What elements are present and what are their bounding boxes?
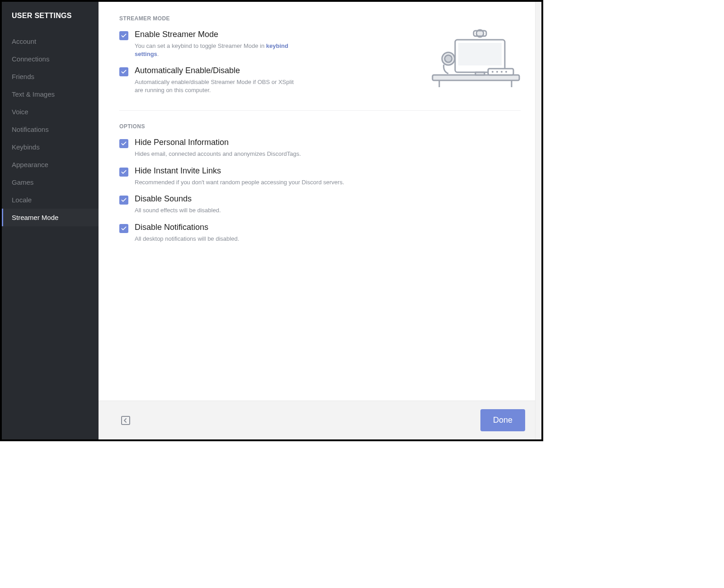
sidebar-item-streamer-mode[interactable]: Streamer Mode <box>2 209 99 226</box>
check-icon <box>121 197 127 203</box>
setting-desc: Hides email, connected accounts and anon… <box>135 150 521 158</box>
setting-desc: Automatically enable/disable Streamer Mo… <box>135 78 296 94</box>
sidebar-item-account[interactable]: Account <box>2 33 99 50</box>
sidebar-item-label: Games <box>12 178 33 186</box>
sidebar: USER SETTINGS Account Connections Friend… <box>2 2 99 439</box>
sidebar-item-label: Notifications <box>12 126 49 133</box>
main: STREAMER MODE Enable Streamer Mode You c… <box>99 2 541 439</box>
check-icon <box>121 140 127 147</box>
setting-enable-streamer-mode: Enable Streamer Mode You can set a keybi… <box>119 30 296 58</box>
sidebar-item-voice[interactable]: Voice <box>2 103 99 121</box>
footer: Done <box>99 401 541 439</box>
setting-disable-notifications: Disable Notifications All desktop notifi… <box>119 223 521 243</box>
back-icon <box>120 415 131 426</box>
setting-desc-suffix: . <box>157 51 159 57</box>
sidebar-item-locale[interactable]: Locale <box>2 191 99 209</box>
check-icon <box>121 225 127 232</box>
setting-desc: You can set a keybind to toggle Streamer… <box>135 42 296 58</box>
checkbox-disable-notifications[interactable] <box>119 224 128 233</box>
section-label-options: OPTIONS <box>119 123 521 130</box>
sidebar-item-appearance[interactable]: Appearance <box>2 156 99 173</box>
svg-point-14 <box>505 71 507 73</box>
divider <box>119 110 521 111</box>
sidebar-item-label: Friends <box>12 73 34 80</box>
svg-rect-0 <box>433 75 519 80</box>
setting-title: Disable Sounds <box>135 194 521 204</box>
setting-desc: Recommended if you don't want random peo… <box>135 178 521 187</box>
svg-rect-5 <box>475 72 484 75</box>
checkbox-enable-streamer-mode[interactable] <box>119 31 128 40</box>
streamer-mode-settings: Enable Streamer Mode You can set a keybi… <box>119 22 296 94</box>
sidebar-item-label: Keybinds <box>12 143 40 151</box>
setting-hide-invite-links: Hide Instant Invite Links Recommended if… <box>119 166 521 187</box>
checkbox-hide-invite-links[interactable] <box>119 168 128 177</box>
setting-desc: All desktop notifications will be disabl… <box>135 235 521 243</box>
setting-title: Hide Personal Information <box>135 138 521 147</box>
content: STREAMER MODE Enable Streamer Mode You c… <box>99 2 541 401</box>
sidebar-item-label: Streamer Mode <box>12 214 58 221</box>
setting-desc: All sound effects will be disabled. <box>135 206 521 215</box>
sidebar-item-notifications[interactable]: Notifications <box>2 121 99 138</box>
sidebar-item-text-images[interactable]: Text & Images <box>2 85 99 103</box>
svg-point-13 <box>501 71 503 73</box>
back-button[interactable] <box>119 414 132 427</box>
done-button[interactable]: Done <box>480 409 525 431</box>
sidebar-item-label: Voice <box>12 108 28 116</box>
checkbox-disable-sounds[interactable] <box>119 196 128 205</box>
svg-rect-15 <box>122 416 130 425</box>
checkbox-auto-enable-disable[interactable] <box>119 67 128 76</box>
svg-point-11 <box>492 71 494 73</box>
sidebar-item-games[interactable]: Games <box>2 173 99 191</box>
check-icon <box>121 33 127 39</box>
check-icon <box>121 69 127 75</box>
setting-auto-enable-disable: Automatically Enable/Disable Automatical… <box>119 66 296 94</box>
sidebar-item-keybinds[interactable]: Keybinds <box>2 138 99 156</box>
section-label-streamer-mode: STREAMER MODE <box>119 15 521 22</box>
streaming-setup-icon <box>430 26 521 89</box>
setting-disable-sounds: Disable Sounds All sound effects will be… <box>119 194 521 215</box>
setting-desc-prefix: You can set a keybind to toggle Streamer… <box>135 42 266 49</box>
sidebar-title: USER SETTINGS <box>12 12 89 20</box>
sidebar-item-friends[interactable]: Friends <box>2 68 99 85</box>
checkbox-hide-personal-info[interactable] <box>119 139 128 148</box>
sidebar-header: USER SETTINGS <box>2 2 99 29</box>
sidebar-item-label: Text & Images <box>12 90 55 98</box>
scrollbar[interactable] <box>535 2 541 439</box>
streamer-art <box>296 22 521 89</box>
sidebar-list: Account Connections Friends Text & Image… <box>2 33 99 226</box>
check-icon <box>121 169 127 175</box>
sidebar-item-label: Connections <box>12 55 49 63</box>
setting-title: Hide Instant Invite Links <box>135 166 521 176</box>
setting-title: Enable Streamer Mode <box>135 30 296 39</box>
sidebar-item-label: Appearance <box>12 161 48 168</box>
sidebar-item-label: Account <box>12 37 36 45</box>
sidebar-item-label: Locale <box>12 196 32 204</box>
svg-point-12 <box>496 71 498 73</box>
svg-point-9 <box>445 55 452 62</box>
setting-title: Disable Notifications <box>135 223 521 232</box>
setting-title: Automatically Enable/Disable <box>135 66 296 75</box>
setting-hide-personal-info: Hide Personal Information Hides email, c… <box>119 138 521 158</box>
streamer-mode-row: Enable Streamer Mode You can set a keybi… <box>119 22 521 94</box>
sidebar-item-connections[interactable]: Connections <box>2 50 99 68</box>
svg-rect-4 <box>458 43 502 65</box>
